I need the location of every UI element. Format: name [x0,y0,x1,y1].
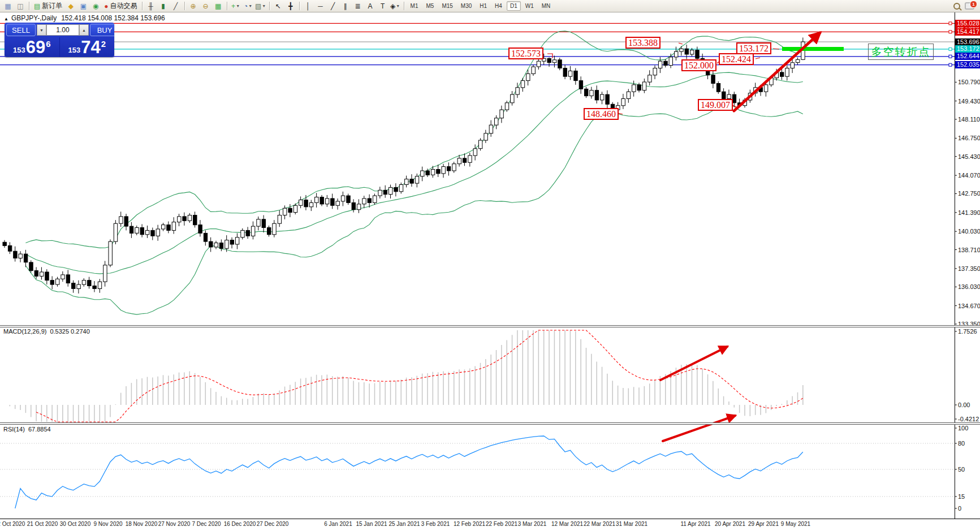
time-axis-label: 18 Nov 2020 [126,521,158,527]
label-icon[interactable]: T [377,1,388,11]
macd-rsi-separator[interactable] [0,422,980,425]
vertical-line-icon[interactable]: │ [303,1,314,11]
macd-scale-label: 1.7526 [958,328,977,335]
buy-price-pip: 2 [101,39,106,49]
time-axis-label: 7 Dec 2020 [192,521,221,527]
price-callout[interactable]: 153.388 [625,37,660,49]
price-line-axis-label: 153.696 [955,38,980,46]
profiles-icon-dropdown[interactable]: ▼ [248,4,252,8]
line-chart-icon[interactable]: ╱ [170,1,182,11]
candlestick-chart-icon[interactable]: ▮ [158,1,169,11]
buy-price[interactable]: 153 74 2 [60,37,115,57]
time-axis-label: 29 Apr 2021 [748,521,779,527]
support-zone-rect[interactable] [782,47,844,51]
templates-icon-dropdown[interactable]: ▼ [262,4,266,8]
timeframe-button-mn[interactable]: MN [538,1,554,11]
price-callout[interactable]: 152.424 [719,53,754,65]
zoom-in-icon[interactable]: ⊕ [188,1,199,11]
signals-icon[interactable]: ◉ [90,1,101,11]
zoom-out-icon[interactable]: ⊖ [200,1,211,11]
time-axis-label: 3 Mar 2021 [518,521,547,527]
trend-arrow-macd[interactable] [660,347,727,380]
templates-icon[interactable]: ▧▼ [255,1,266,11]
fibonacci-icon[interactable]: ≣ [352,1,364,11]
sell-button[interactable]: SELL [6,24,36,36]
volume-increase-button[interactable]: ▲ [79,24,89,36]
price-line-axis-label: 154.417 [955,28,980,36]
chart-window-icon[interactable]: ▦ [2,1,14,11]
price-axis-tick-label: 145.430 [958,153,980,160]
price-callout[interactable]: 149.007 [698,99,733,111]
toolbar-separator [227,2,227,10]
price-callout[interactable]: 152.000 [681,59,716,71]
horizontal-line-icon[interactable]: ─ [315,1,326,11]
autotrading-button[interactable]: ●自动交易 [102,1,139,11]
collapse-icon[interactable]: ▲ [4,16,8,21]
rsi-scale-label: 50 [958,466,965,473]
price-line-axis-label: 152.035 [955,61,980,68]
tile-windows-icon[interactable]: ▦ [213,1,224,11]
line-anchor-handle[interactable] [949,22,952,25]
buy-button[interactable]: BUY [90,24,114,36]
new-chart-icon[interactable]: +▼ [230,1,241,11]
price-axis-border [955,12,955,519]
data-window-icon[interactable]: ◫ [15,1,26,11]
line-anchor-handle[interactable] [949,48,952,50]
toolbar-separator [29,2,29,10]
main-macd-separator[interactable] [0,325,980,327]
macd-scale-label: 0.00 [958,402,970,408]
line-anchor-handle[interactable] [949,63,952,66]
annotation-text-box[interactable]: 多空转折点 [868,44,934,60]
trendline-icon[interactable]: ╱ [327,1,339,11]
crosshair-icon[interactable]: ╋ [285,1,296,11]
timeframe-button-m30[interactable]: M30 [457,1,475,11]
timeframe-button-d1[interactable]: D1 [507,1,521,11]
price-axis-tick-label: 137.350 [958,265,980,272]
price-axis-tick-label: 146.750 [958,135,980,141]
new-chart-icon-dropdown[interactable]: ▼ [236,4,240,8]
new-order-button[interactable]: ▤新订单 [32,1,64,11]
shapes-icon-dropdown[interactable]: ▼ [396,4,400,8]
timeframe-button-m15[interactable]: M15 [438,1,456,11]
community-icon[interactable]: ▣ [77,1,89,11]
toolbar-separator [299,2,300,10]
time-axis-label: 27 Dec 2020 [257,521,289,527]
gold-icon[interactable]: ◆ [65,1,76,11]
search-icon[interactable] [952,1,964,11]
rsi-indicator-label: RSI(14)67.8854 [3,426,51,433]
time-axis-label: 22 Feb 2021 [486,521,517,527]
timeframe-button-m5[interactable]: M5 [423,1,438,11]
time-axis-label: 3 Feb 2021 [421,521,450,527]
volume-decrease-button[interactable]: ▼ [37,24,46,36]
timeframe-button-h4[interactable]: H4 [491,1,506,11]
price-line-axis-label: 153.172 [955,45,980,53]
sell-price[interactable]: 153 69 6 [5,37,60,57]
price-callout[interactable]: 148.460 [584,108,619,120]
time-axis-label: 6 Jan 2021 [324,521,352,527]
price-axis-tick-label: 138.710 [958,247,980,253]
callout-connector [773,49,779,49]
timeframe-button-m1[interactable]: M1 [407,1,422,11]
callout-connector [755,58,760,59]
time-axis-label: 12 Feb 2021 [454,521,485,527]
shapes-icon[interactable]: ◈▼ [390,1,401,11]
timeframe-button-h1[interactable]: H1 [476,1,490,11]
trend-arrow-rsi[interactable] [663,416,735,441]
horizontal-price-lines[interactable] [0,23,955,64]
rsi-line [15,436,803,508]
profiles-icon[interactable]: ◔▼ [243,1,254,11]
bar-chart-icon[interactable]: ╫ [145,1,157,11]
line-anchor-handle[interactable] [949,55,952,58]
callout-connector [618,113,623,114]
channel-icon[interactable]: ∥ [340,1,351,11]
price-callout[interactable]: 152.573 [508,48,543,59]
macd-signal-line [36,330,803,422]
text-icon[interactable]: A [365,1,376,11]
timeframe-button-w1[interactable]: W1 [522,1,537,11]
price-callout[interactable]: 153.172 [736,42,771,54]
volume-input[interactable] [46,24,79,36]
sell-price-pip: 6 [46,39,50,49]
line-anchor-handle[interactable] [949,31,952,33]
cursor-icon[interactable]: ↖ [273,1,284,11]
chat-icon[interactable]: 1 [965,1,978,11]
